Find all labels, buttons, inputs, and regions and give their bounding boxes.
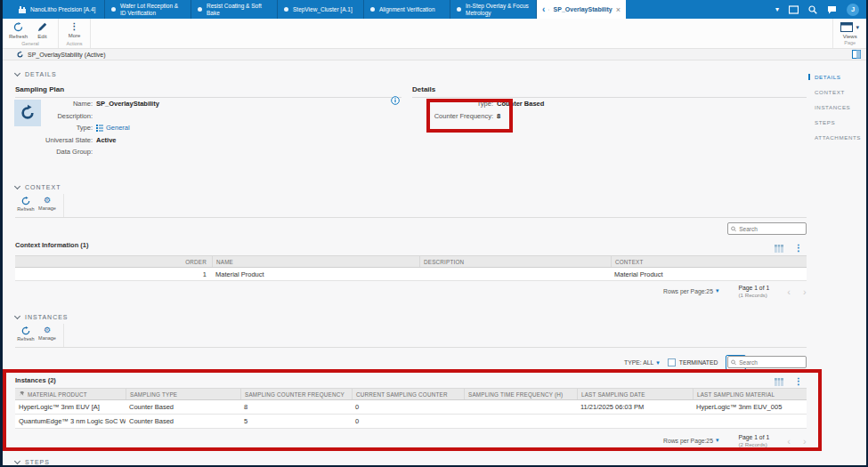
records-label: (1 Records) (738, 292, 769, 298)
nav-item-context[interactable]: CONTEXT (808, 89, 861, 95)
refresh-button[interactable]: Refresh (15, 324, 37, 347)
manage-button[interactable]: ⚙ Manage (37, 194, 58, 217)
tab-strip: NanoLitho Precision [A.4] Wafer Lot Rece… (3, 0, 626, 19)
cell-material-product-link[interactable]: QuantumEdge™ 3 nm Logic SoC Wafer (300 m… (15, 415, 126, 428)
field-label: Counter Frequency: (412, 112, 497, 120)
search-input[interactable] (739, 226, 803, 232)
refresh-button[interactable]: Refresh (6, 20, 30, 40)
columns-icon[interactable] (775, 245, 783, 253)
sampling-plan-thumbnail (14, 100, 41, 126)
field-label: Universal State: (45, 136, 96, 144)
sampling-plan-fields: Name: SP_OverlayStability Description: T… (45, 98, 402, 158)
menu-dots-icon[interactable]: ⋮ (794, 244, 803, 253)
column-header[interactable]: SAMPLING TYPE (126, 389, 240, 399)
step-dot-icon (370, 7, 375, 12)
menu-dots-icon[interactable]: ⋮ (794, 377, 803, 386)
columns-icon[interactable] (775, 378, 783, 386)
column-header[interactable]: CURRENT SAMPLING COUNTER (352, 389, 464, 399)
more-button[interactable]: ⋮ More (62, 20, 86, 40)
ribbon-group-label: General (6, 40, 54, 48)
column-header[interactable]: CONTEXT (611, 256, 807, 267)
field-type: Type: General (45, 122, 402, 134)
section-steps[interactable]: STEPS (15, 459, 50, 465)
next-page-button[interactable]: › (803, 286, 807, 297)
context-search (727, 222, 807, 235)
table-row[interactable]: 1 Material Product Material Product (15, 268, 807, 281)
column-header[interactable]: SAMPLING TIME FREQUENCY (H) (464, 389, 577, 399)
search-icon[interactable] (808, 5, 817, 14)
prev-page-button[interactable]: ‹ (787, 436, 791, 447)
page-section-nav: DETAILS CONTEXT INSTANCES STEPS ATTACHME… (808, 74, 861, 141)
nav-item-steps[interactable]: STEPS (808, 119, 861, 125)
field-value: 8 (497, 112, 500, 120)
column-header[interactable]: ORDER (15, 256, 212, 267)
ribbon-group-actions: ⋮ More Actions (59, 19, 91, 48)
table-row[interactable]: HyperLogic™ 3nm EUV [A] Counter Based 8 … (15, 400, 807, 415)
views-button[interactable]: ▾ (840, 20, 859, 32)
page-label: Page 1 of 1 (738, 285, 769, 291)
tab-sp-overlaystability-active[interactable]: ‹ SP_OverlayStability × (537, 0, 626, 19)
nav-item-attachments[interactable]: ATTACHMENTS (808, 134, 861, 141)
column-header[interactable]: LAST SAMPLING DATE (577, 389, 693, 399)
chevron-left-icon[interactable]: ‹ (542, 4, 545, 14)
refresh-button[interactable]: Refresh (15, 194, 37, 217)
avatar[interactable]: J (847, 4, 859, 16)
tab-stepview-cluster[interactable]: StepView_Cluster [A.1] (278, 0, 364, 19)
rows-per-page-label: Rows per Page:25 (663, 438, 713, 444)
panel-toggle-icon[interactable] (852, 50, 861, 59)
column-header[interactable]: SAMPLING COUNTER FREQUENCY (240, 389, 352, 399)
info-icon[interactable] (391, 96, 400, 105)
tab-wafer-lot-reception[interactable]: Wafer Lot Reception & ID Verification (105, 0, 191, 19)
field-label: Type: (45, 124, 96, 132)
section-context[interactable]: CONTEXT (15, 184, 61, 190)
terminated-filter[interactable]: TERMINATED (668, 358, 718, 366)
column-header-material[interactable]: MATERIAL PRODUCT (15, 389, 126, 399)
more-label: More (69, 33, 81, 38)
table-row[interactable]: QuantumEdge™ 3 nm Logic SoC Wafer (300 m… (15, 415, 807, 429)
pencil-icon (37, 22, 47, 32)
caret-down-icon: ▾ (716, 287, 719, 294)
chevron-down-icon[interactable]: ▾ (775, 5, 779, 13)
type-link[interactable]: General (106, 124, 130, 132)
type-filter-dropdown[interactable]: TYPE: ALL ▾ (624, 359, 660, 366)
tab-nanolitho-precision[interactable]: NanoLitho Precision [A.4] (12, 0, 105, 19)
search-icon (731, 359, 736, 366)
context-pagination: Rows per Page:25 ▾ Page 1 of 1 (1 Record… (663, 285, 807, 298)
context-toolbar: Refresh ⚙ Manage (15, 194, 807, 218)
column-header[interactable]: NAME (212, 256, 419, 267)
cell-material-product-link[interactable]: HyperLogic™ 3nm EUV [A] (15, 400, 126, 414)
nav-item-instances[interactable]: INSTANCES (808, 104, 861, 110)
column-header[interactable]: LAST SAMPLING MATERIAL (693, 389, 807, 399)
context-table-header: ORDER NAME DESCRIPTION CONTEXT (15, 255, 807, 268)
close-icon[interactable]: × (616, 5, 621, 14)
fullscreen-icon[interactable] (789, 5, 799, 14)
page-label: Page 1 of 1 (738, 434, 769, 440)
chat-icon[interactable] (827, 5, 837, 14)
column-header[interactable]: DESCRIPTION (419, 256, 611, 267)
manage-icon: ⚙ (44, 197, 51, 205)
instances-table-header: MATERIAL PRODUCT SAMPLING TYPE SAMPLING … (15, 388, 807, 400)
tab-resist-coating[interactable]: Resist Coating & Soft Bake (191, 0, 278, 19)
field-label: Name: (45, 100, 96, 108)
page-indicator: Page 1 of 1 (2 Records) (738, 434, 769, 447)
rows-per-page-label: Rows per Page:25 (663, 288, 713, 294)
instances-table-title: Instances (2) (15, 376, 56, 384)
rows-per-page-selector[interactable]: Rows per Page:25 ▾ (663, 437, 718, 444)
manage-button[interactable]: ⚙ Manage (37, 324, 58, 347)
tab-instep-overlay[interactable]: In-Step Overlay & Focus Metrology (450, 0, 537, 19)
nav-item-details[interactable]: DETAILS (808, 74, 861, 80)
next-page-button[interactable]: › (803, 436, 807, 447)
edit-button[interactable]: Edit (30, 20, 54, 40)
topbar-actions: ▾ J (775, 0, 866, 19)
search-input[interactable] (739, 359, 803, 366)
tab-alignment-verification[interactable]: Alignment Verification (364, 0, 450, 19)
caret-down-icon: ▾ (716, 437, 719, 444)
terminated-checkbox[interactable] (668, 358, 676, 366)
section-instances[interactable]: INSTANCES (15, 314, 69, 320)
prev-page-button[interactable]: ‹ (787, 286, 791, 297)
app-window: NanoLitho Precision [A.4] Wafer Lot Rece… (3, 0, 866, 465)
terminated-label: TERMINATED (679, 359, 718, 366)
breadcrumb: SP_OverlayStability (Active) (3, 49, 866, 60)
section-details[interactable]: DETAILS (15, 71, 57, 77)
rows-per-page-selector[interactable]: Rows per Page:25 ▾ (663, 287, 718, 294)
